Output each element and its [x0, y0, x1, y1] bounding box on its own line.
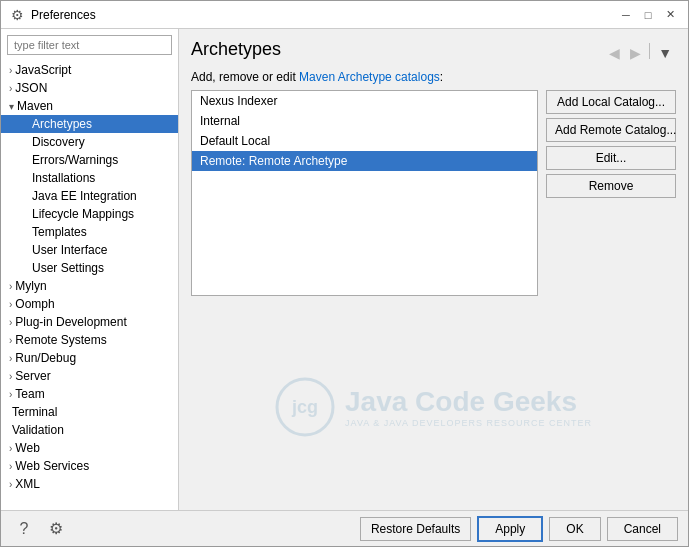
catalog-item-internal[interactable]: Internal — [192, 111, 537, 131]
mylyn-arrow-icon: › — [9, 281, 12, 292]
sidebar-item-server[interactable]: › Server — [1, 367, 178, 385]
sidebar-item-maven[interactable]: ▾ Maven — [1, 97, 178, 115]
xml-arrow-icon: › — [9, 479, 12, 490]
oomph-arrow-icon: › — [9, 299, 12, 310]
title-bar-controls: ─ □ ✕ — [616, 6, 680, 24]
toolbar-dropdown-button[interactable]: ▼ — [654, 43, 676, 63]
discovery-label: Discovery — [32, 135, 85, 149]
team-arrow-icon: › — [9, 389, 12, 400]
oomph-label: Oomph — [15, 297, 54, 311]
catalog-item-default-local[interactable]: Default Local — [192, 131, 537, 151]
watermark-text-block: Java Code Geeks JAVA & JAVA DEVELOPERS R… — [345, 386, 592, 428]
validation-label: Validation — [12, 423, 64, 437]
java-ee-integration-label: Java EE Integration — [32, 189, 137, 203]
edit-button[interactable]: Edit... — [546, 146, 676, 170]
watermark-subtitle: JAVA & JAVA DEVELOPERS RESOURCE CENTER — [345, 418, 592, 428]
sidebar-item-user-settings[interactable]: User Settings — [1, 259, 178, 277]
server-label: Server — [15, 369, 50, 383]
templates-label: Templates — [32, 225, 87, 239]
sidebar: › JavaScript› JSON▾ MavenArchetypesDisco… — [1, 29, 179, 510]
sidebar-item-java-ee-integration[interactable]: Java EE Integration — [1, 187, 178, 205]
plug-in-development-label: Plug-in Development — [15, 315, 126, 329]
json-arrow-icon: › — [9, 83, 12, 94]
sidebar-item-oomph[interactable]: › Oomph — [1, 295, 178, 313]
restore-defaults-button[interactable]: Restore Defaults — [360, 517, 471, 541]
main-content: › JavaScript› JSON▾ MavenArchetypesDisco… — [1, 29, 688, 510]
remove-button[interactable]: Remove — [546, 174, 676, 198]
maven-arrow-icon: ▾ — [9, 101, 14, 112]
sidebar-item-web-services[interactable]: › Web Services — [1, 457, 178, 475]
web-services-label: Web Services — [15, 459, 89, 473]
window-icon: ⚙ — [9, 7, 25, 23]
right-panel: Archetypes ◀ ▶ ▼ Add, remove or edit Mav… — [179, 29, 688, 510]
sidebar-item-team[interactable]: › Team — [1, 385, 178, 403]
archetypes-label: Archetypes — [32, 117, 92, 131]
add-remote-catalog-button[interactable]: Add Remote Catalog... — [546, 118, 676, 142]
sidebar-item-plug-in-development[interactable]: › Plug-in Development — [1, 313, 178, 331]
sidebar-item-user-interface[interactable]: User Interface — [1, 241, 178, 259]
sidebar-item-web[interactable]: › Web — [1, 439, 178, 457]
installations-label: Installations — [32, 171, 95, 185]
watermark-content: jcg Java Code Geeks JAVA & JAVA DEVELOPE… — [275, 377, 592, 437]
sidebar-item-errors-warnings[interactable]: Errors/Warnings — [1, 151, 178, 169]
sidebar-item-archetypes[interactable]: Archetypes — [1, 115, 178, 133]
sidebar-item-lifecycle-mappings[interactable]: Lifecycle Mappings — [1, 205, 178, 223]
forward-button[interactable]: ▶ — [626, 43, 645, 63]
svg-point-0 — [277, 379, 333, 435]
catalog-item-nexus-indexer[interactable]: Nexus Indexer — [192, 91, 537, 111]
sidebar-item-terminal[interactable]: Terminal — [1, 403, 178, 421]
panel-toolbar: ◀ ▶ ▼ — [605, 43, 676, 63]
sidebar-item-json[interactable]: › JSON — [1, 79, 178, 97]
sidebar-item-validation[interactable]: Validation — [1, 421, 178, 439]
subtitle-link[interactable]: Maven Archetype catalogs — [299, 70, 440, 84]
javascript-arrow-icon: › — [9, 65, 12, 76]
bottom-bar: ? ⚙ Restore Defaults Apply OK Cancel — [1, 510, 688, 546]
lifecycle-mappings-label: Lifecycle Mappings — [32, 207, 134, 221]
filter-input[interactable] — [7, 35, 172, 55]
server-arrow-icon: › — [9, 371, 12, 382]
svg-text:jcg: jcg — [291, 397, 318, 417]
terminal-label: Terminal — [12, 405, 57, 419]
sidebar-item-javascript[interactable]: › JavaScript — [1, 61, 178, 79]
add-local-catalog-button[interactable]: Add Local Catalog... — [546, 90, 676, 114]
panel-subtitle: Add, remove or edit Maven Archetype cata… — [191, 70, 676, 84]
user-interface-label: User Interface — [32, 243, 107, 257]
settings-icon-button[interactable]: ⚙ — [43, 516, 69, 542]
window-title: Preferences — [31, 8, 616, 22]
ok-button[interactable]: OK — [549, 517, 600, 541]
run-debug-arrow-icon: › — [9, 353, 12, 364]
sidebar-item-run-debug[interactable]: › Run/Debug — [1, 349, 178, 367]
catalog-item-remote-archetype[interactable]: Remote: Remote Archetype — [192, 151, 537, 171]
footer-left: ? ⚙ — [11, 516, 354, 542]
watermark-logo-icon: jcg — [275, 377, 335, 437]
javascript-label: JavaScript — [15, 63, 71, 77]
web-services-arrow-icon: › — [9, 461, 12, 472]
sidebar-item-installations[interactable]: Installations — [1, 169, 178, 187]
run-debug-label: Run/Debug — [15, 351, 76, 365]
json-label: JSON — [15, 81, 47, 95]
cancel-button[interactable]: Cancel — [607, 517, 678, 541]
subtitle-text: Add, remove or edit — [191, 70, 299, 84]
user-settings-label: User Settings — [32, 261, 104, 275]
sidebar-item-xml[interactable]: › XML — [1, 475, 178, 493]
mylyn-label: Mylyn — [15, 279, 46, 293]
sidebar-item-remote-systems[interactable]: › Remote Systems — [1, 331, 178, 349]
catalog-actions: Add Local Catalog... Add Remote Catalog.… — [546, 90, 676, 296]
catalog-list: Nexus IndexerInternalDefault LocalRemote… — [191, 90, 538, 296]
preferences-window: ⚙ Preferences ─ □ ✕ › JavaScript› JSON▾ … — [0, 0, 689, 547]
maximize-button[interactable]: □ — [638, 6, 658, 24]
minimize-button[interactable]: ─ — [616, 6, 636, 24]
apply-button[interactable]: Apply — [477, 516, 543, 542]
sidebar-item-mylyn[interactable]: › Mylyn — [1, 277, 178, 295]
panel-title: Archetypes — [191, 39, 281, 60]
xml-label: XML — [15, 477, 40, 491]
sidebar-item-templates[interactable]: Templates — [1, 223, 178, 241]
help-button[interactable]: ? — [11, 516, 37, 542]
maven-label: Maven — [17, 99, 53, 113]
watermark-title: Java Code Geeks — [345, 386, 592, 418]
title-bar: ⚙ Preferences ─ □ ✕ — [1, 1, 688, 29]
back-button[interactable]: ◀ — [605, 43, 624, 63]
panel-body: Nexus IndexerInternalDefault LocalRemote… — [191, 90, 676, 296]
close-button[interactable]: ✕ — [660, 6, 680, 24]
sidebar-item-discovery[interactable]: Discovery — [1, 133, 178, 151]
